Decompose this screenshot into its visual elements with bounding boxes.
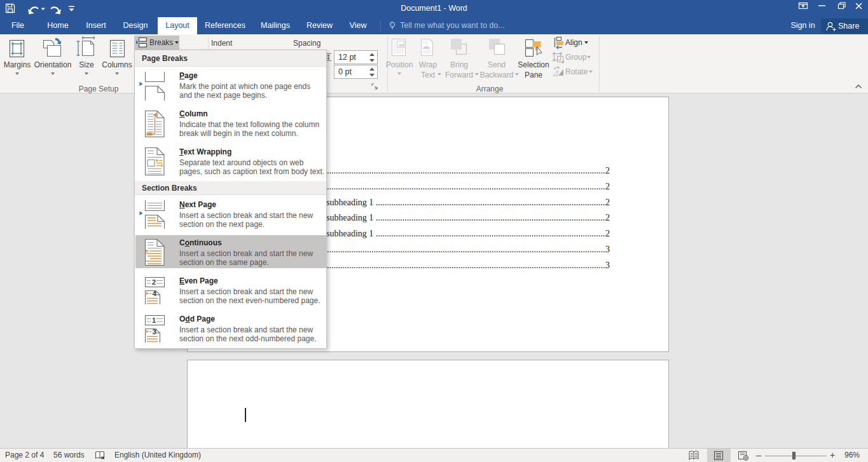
svg-text:1: 1 [152,316,156,324]
svg-text:4: 4 [153,290,157,297]
svg-text:2: 2 [152,278,156,286]
svg-text:3: 3 [153,327,156,335]
